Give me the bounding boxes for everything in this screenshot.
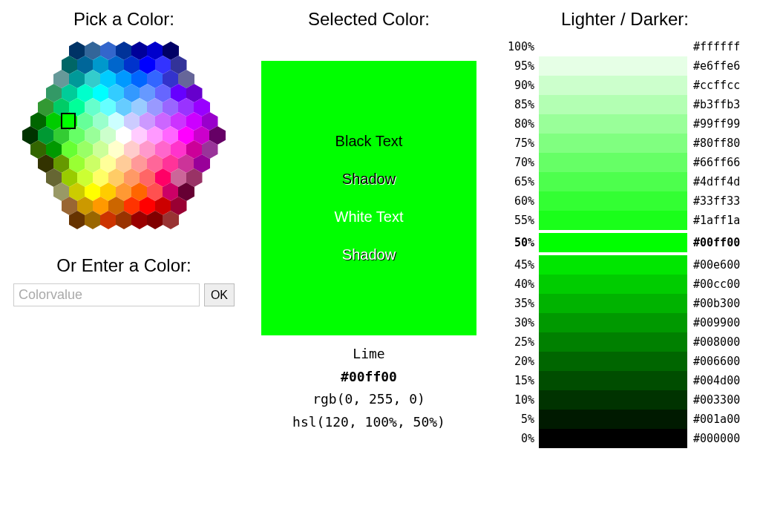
scale-color-bar[interactable]	[539, 153, 687, 172]
scale-row[interactable]: 10%#003300	[499, 390, 751, 410]
hex-cell[interactable]	[163, 211, 179, 229]
scale-row[interactable]: 55%#1aff1a	[499, 211, 751, 230]
scale-row[interactable]: 30%#009900	[499, 313, 751, 332]
hex-cell[interactable]	[147, 211, 163, 229]
selected-color-swatch: Black Text Shadow White Text Shadow	[261, 61, 476, 335]
scale-row[interactable]: 75%#80ff80	[499, 134, 751, 153]
scale-color-bar[interactable]	[539, 134, 687, 153]
scale-row[interactable]: 35%#00b300	[499, 294, 751, 313]
scale-color-bar[interactable]	[539, 191, 687, 211]
scale-row[interactable]: 100%#ffffff	[499, 37, 751, 56]
scale-color-bar[interactable]	[539, 76, 687, 95]
scale-hex-value: #80ff80	[687, 134, 751, 153]
scale-color-bar[interactable]	[539, 95, 687, 114]
scale-row[interactable]: 65%#4dff4d	[499, 172, 751, 191]
hex-cell[interactable]	[116, 211, 132, 229]
scale-hex-value: #004d00	[687, 371, 751, 390]
scale-row[interactable]: 95%#e6ffe6	[499, 56, 751, 76]
enter-color-title: Or Enter a Color:	[9, 255, 239, 276]
scale-hex-value: #ccffcc	[687, 76, 751, 95]
hex-cell[interactable]	[100, 211, 117, 229]
scale-color-bar[interactable]	[539, 410, 687, 429]
scale-percent: 65%	[499, 172, 539, 191]
scale-row[interactable]: 0%#000000	[499, 429, 751, 448]
scale-color-bar[interactable]	[539, 275, 687, 294]
scale-percent: 70%	[499, 153, 539, 172]
scale-percent: 40%	[499, 275, 539, 294]
scale-color-bar[interactable]	[539, 313, 687, 332]
scale-percent: 85%	[499, 95, 539, 114]
lightness-scale: 100%#ffffff95%#e6ffe690%#ccffcc85%#b3ffb…	[499, 37, 751, 448]
ok-button[interactable]: OK	[204, 283, 235, 306]
scale-color-bar[interactable]	[539, 429, 687, 448]
scale-hex-value: #003300	[687, 390, 751, 410]
scale-hex-value: #00ff00	[687, 233, 751, 252]
picker-title: Pick a Color:	[9, 9, 239, 30]
scale-color-bar[interactable]	[539, 332, 687, 352]
hex-cell[interactable]	[131, 211, 148, 229]
scale-row[interactable]: 25%#008000	[499, 332, 751, 352]
scale-row[interactable]: 90%#ccffcc	[499, 76, 751, 95]
scale-percent: 90%	[499, 76, 539, 95]
scale-color-bar[interactable]	[539, 114, 687, 134]
scale-hex-value: #ffffff	[687, 37, 751, 56]
scale-color-bar[interactable]	[539, 211, 687, 230]
scale-color-bar[interactable]	[539, 390, 687, 410]
scale-percent: 25%	[499, 332, 539, 352]
scale-percent: 95%	[499, 56, 539, 76]
scale-row[interactable]: 45%#00e600	[499, 255, 751, 275]
scale-percent: 15%	[499, 371, 539, 390]
scale-hex-value: #000000	[687, 429, 751, 448]
sample-white-shadow: Shadow	[342, 246, 396, 263]
scale-color-bar[interactable]	[539, 255, 687, 275]
scale-hex-value: #66ff66	[687, 153, 751, 172]
scale-row[interactable]: 20%#006600	[499, 352, 751, 371]
scale-color-bar[interactable]	[539, 233, 687, 252]
scale-percent: 100%	[499, 37, 539, 56]
scale-row[interactable]: 50%#00ff00	[499, 230, 751, 255]
scale-hex-value: #33ff33	[687, 191, 751, 211]
scale-percent: 75%	[499, 134, 539, 153]
selected-name: Lime	[254, 343, 484, 366]
scale-hex-value: #006600	[687, 352, 751, 371]
scale-color-bar[interactable]	[539, 371, 687, 390]
scale-row[interactable]: 40%#00cc00	[499, 275, 751, 294]
scale-color-bar[interactable]	[539, 172, 687, 191]
scale-hex-value: #009900	[687, 313, 751, 332]
hex-cell[interactable]	[69, 211, 85, 229]
scale-percent: 5%	[499, 410, 539, 429]
scale-percent: 0%	[499, 429, 539, 448]
scale-percent: 20%	[499, 352, 539, 371]
scale-color-bar[interactable]	[539, 352, 687, 371]
scale-row[interactable]: 85%#b3ffb3	[499, 95, 751, 114]
hex-selected-marker[interactable]	[61, 113, 76, 129]
scale-color-bar[interactable]	[539, 56, 687, 76]
scale-hex-value: #001a00	[687, 410, 751, 429]
hex-cell[interactable]	[85, 211, 101, 229]
scale-row[interactable]: 70%#66ff66	[499, 153, 751, 172]
scale-percent: 55%	[499, 211, 539, 230]
scale-percent: 60%	[499, 191, 539, 211]
scale-row[interactable]: 5%#001a00	[499, 410, 751, 429]
hex-color-map[interactable]	[20, 37, 228, 245]
scale-hex-value: #4dff4d	[687, 172, 751, 191]
selected-color-meta: Lime #00ff00 rgb(0, 255, 0) hsl(120, 100…	[254, 343, 484, 433]
selected-rgb: rgb(0, 255, 0)	[254, 388, 484, 411]
scale-hex-value: #00e600	[687, 255, 751, 275]
scale-hex-value: #00cc00	[687, 275, 751, 294]
scale-hex-value: #008000	[687, 332, 751, 352]
scale-row[interactable]: 60%#33ff33	[499, 191, 751, 211]
color-value-input[interactable]	[13, 283, 200, 306]
scale-title: Lighter / Darker:	[499, 9, 751, 30]
scale-row[interactable]: 15%#004d00	[499, 371, 751, 390]
scale-hex-value: #b3ffb3	[687, 95, 751, 114]
sample-black-text: Black Text	[335, 133, 403, 150]
scale-percent: 10%	[499, 390, 539, 410]
scale-row[interactable]: 80%#99ff99	[499, 114, 751, 134]
scale-hex-value: #e6ffe6	[687, 56, 751, 76]
scale-hex-value: #99ff99	[687, 114, 751, 134]
scale-color-bar[interactable]	[539, 294, 687, 313]
selected-color-panel: Selected Color: Black Text Shadow White …	[254, 6, 484, 433]
scale-percent: 30%	[499, 313, 539, 332]
scale-color-bar[interactable]	[539, 37, 687, 56]
